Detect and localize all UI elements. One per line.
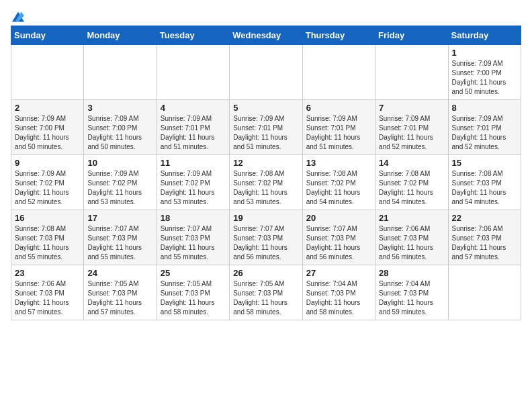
calendar-cell: 20Sunrise: 7:07 AM Sunset: 7:03 PM Dayli… [302,210,375,265]
day-info: Sunrise: 7:09 AM Sunset: 7:02 PM Dayligh… [161,169,226,207]
day-info: Sunrise: 7:04 AM Sunset: 7:03 PM Dayligh… [379,279,444,317]
day-info: Sunrise: 7:05 AM Sunset: 7:03 PM Dayligh… [87,279,152,317]
day-info: Sunrise: 7:09 AM Sunset: 7:02 PM Dayligh… [15,169,80,207]
weekday-header-saturday: Saturday [448,26,521,45]
logo-icon [12,11,24,23]
calendar-cell: 19Sunrise: 7:07 AM Sunset: 7:03 PM Dayli… [230,210,302,265]
calendar-table: SundayMondayTuesdayWednesdayThursdayFrid… [11,26,521,320]
page-header [11,11,521,20]
calendar-cell: 11Sunrise: 7:09 AM Sunset: 7:02 PM Dayli… [157,155,229,210]
day-number: 11 [161,158,226,168]
day-number: 7 [379,103,444,113]
calendar-cell [157,45,229,100]
weekday-header-friday: Friday [375,26,448,45]
day-number: 8 [452,103,517,113]
day-number: 27 [306,268,371,278]
day-info: Sunrise: 7:09 AM Sunset: 7:02 PM Dayligh… [87,169,152,207]
calendar-cell: 8Sunrise: 7:09 AM Sunset: 7:01 PM Daylig… [448,100,521,155]
calendar-cell: 15Sunrise: 7:08 AM Sunset: 7:03 PM Dayli… [448,155,521,210]
day-info: Sunrise: 7:07 AM Sunset: 7:03 PM Dayligh… [87,224,152,262]
calendar-cell: 14Sunrise: 7:08 AM Sunset: 7:02 PM Dayli… [375,155,448,210]
weekday-header-monday: Monday [84,26,157,45]
day-info: Sunrise: 7:04 AM Sunset: 7:03 PM Dayligh… [306,279,371,317]
day-number: 16 [15,213,80,223]
logo [11,11,24,20]
calendar-cell: 3Sunrise: 7:09 AM Sunset: 7:00 PM Daylig… [84,100,157,155]
calendar-cell: 22Sunrise: 7:06 AM Sunset: 7:03 PM Dayli… [448,210,521,265]
day-info: Sunrise: 7:08 AM Sunset: 7:02 PM Dayligh… [379,169,444,207]
day-number: 26 [233,268,298,278]
day-info: Sunrise: 7:09 AM Sunset: 7:01 PM Dayligh… [452,114,517,152]
calendar-cell: 6Sunrise: 7:09 AM Sunset: 7:01 PM Daylig… [302,100,375,155]
calendar-cell: 13Sunrise: 7:08 AM Sunset: 7:02 PM Dayli… [302,155,375,210]
day-number: 5 [233,103,298,113]
calendar-cell: 1Sunrise: 7:09 AM Sunset: 7:00 PM Daylig… [448,45,521,100]
week-row-4: 23Sunrise: 7:06 AM Sunset: 7:03 PM Dayli… [11,265,521,320]
calendar-cell [11,45,84,100]
day-number: 4 [161,103,226,113]
day-number: 25 [161,268,226,278]
weekday-header-sunday: Sunday [11,26,84,45]
day-info: Sunrise: 7:08 AM Sunset: 7:02 PM Dayligh… [306,169,371,207]
week-row-1: 2Sunrise: 7:09 AM Sunset: 7:00 PM Daylig… [11,100,521,155]
calendar-cell: 9Sunrise: 7:09 AM Sunset: 7:02 PM Daylig… [11,155,84,210]
calendar-cell: 16Sunrise: 7:08 AM Sunset: 7:03 PM Dayli… [11,210,84,265]
day-info: Sunrise: 7:07 AM Sunset: 7:03 PM Dayligh… [233,224,298,262]
day-info: Sunrise: 7:06 AM Sunset: 7:03 PM Dayligh… [379,224,444,262]
calendar-cell: 28Sunrise: 7:04 AM Sunset: 7:03 PM Dayli… [375,265,448,320]
calendar-cell [375,45,448,100]
day-number: 18 [161,213,226,223]
day-info: Sunrise: 7:09 AM Sunset: 7:01 PM Dayligh… [161,114,226,152]
calendar-cell [302,45,375,100]
day-info: Sunrise: 7:06 AM Sunset: 7:03 PM Dayligh… [15,279,80,317]
calendar-cell: 7Sunrise: 7:09 AM Sunset: 7:01 PM Daylig… [375,100,448,155]
day-number: 15 [452,158,517,168]
day-number: 23 [15,268,80,278]
day-number: 1 [452,48,517,58]
day-number: 6 [306,103,371,113]
day-number: 14 [379,158,444,168]
day-number: 22 [452,213,517,223]
day-info: Sunrise: 7:08 AM Sunset: 7:03 PM Dayligh… [15,224,80,262]
week-row-0: 1Sunrise: 7:09 AM Sunset: 7:00 PM Daylig… [11,45,521,100]
day-number: 28 [379,268,444,278]
day-info: Sunrise: 7:08 AM Sunset: 7:02 PM Dayligh… [233,169,298,207]
day-info: Sunrise: 7:05 AM Sunset: 7:03 PM Dayligh… [233,279,298,317]
day-info: Sunrise: 7:09 AM Sunset: 7:00 PM Dayligh… [15,114,80,152]
day-number: 3 [87,103,152,113]
day-info: Sunrise: 7:06 AM Sunset: 7:03 PM Dayligh… [452,224,517,262]
calendar-cell: 5Sunrise: 7:09 AM Sunset: 7:01 PM Daylig… [230,100,302,155]
calendar-cell: 24Sunrise: 7:05 AM Sunset: 7:03 PM Dayli… [84,265,157,320]
calendar-cell [84,45,157,100]
calendar-cell: 10Sunrise: 7:09 AM Sunset: 7:02 PM Dayli… [84,155,157,210]
day-info: Sunrise: 7:08 AM Sunset: 7:03 PM Dayligh… [452,169,517,207]
calendar-cell: 18Sunrise: 7:07 AM Sunset: 7:03 PM Dayli… [157,210,229,265]
day-info: Sunrise: 7:09 AM Sunset: 7:00 PM Dayligh… [87,114,152,152]
day-number: 17 [87,213,152,223]
day-number: 13 [306,158,371,168]
calendar-cell: 26Sunrise: 7:05 AM Sunset: 7:03 PM Dayli… [230,265,302,320]
day-info: Sunrise: 7:05 AM Sunset: 7:03 PM Dayligh… [161,279,226,317]
day-number: 24 [87,268,152,278]
day-number: 2 [15,103,80,113]
weekday-header-tuesday: Tuesday [157,26,229,45]
calendar-cell: 2Sunrise: 7:09 AM Sunset: 7:00 PM Daylig… [11,100,84,155]
weekday-header-thursday: Thursday [302,26,375,45]
calendar-cell: 27Sunrise: 7:04 AM Sunset: 7:03 PM Dayli… [302,265,375,320]
calendar-cell: 17Sunrise: 7:07 AM Sunset: 7:03 PM Dayli… [84,210,157,265]
day-number: 10 [87,158,152,168]
week-row-2: 9Sunrise: 7:09 AM Sunset: 7:02 PM Daylig… [11,155,521,210]
day-info: Sunrise: 7:09 AM Sunset: 7:01 PM Dayligh… [233,114,298,152]
calendar-cell [230,45,302,100]
calendar-cell: 12Sunrise: 7:08 AM Sunset: 7:02 PM Dayli… [230,155,302,210]
calendar-cell: 25Sunrise: 7:05 AM Sunset: 7:03 PM Dayli… [157,265,229,320]
day-info: Sunrise: 7:09 AM Sunset: 7:01 PM Dayligh… [306,114,371,152]
day-number: 19 [233,213,298,223]
day-info: Sunrise: 7:07 AM Sunset: 7:03 PM Dayligh… [306,224,371,262]
day-info: Sunrise: 7:07 AM Sunset: 7:03 PM Dayligh… [161,224,226,262]
day-number: 12 [233,158,298,168]
calendar-cell [448,265,521,320]
day-number: 20 [306,213,371,223]
weekday-header-wednesday: Wednesday [230,26,302,45]
calendar-cell: 4Sunrise: 7:09 AM Sunset: 7:01 PM Daylig… [157,100,229,155]
